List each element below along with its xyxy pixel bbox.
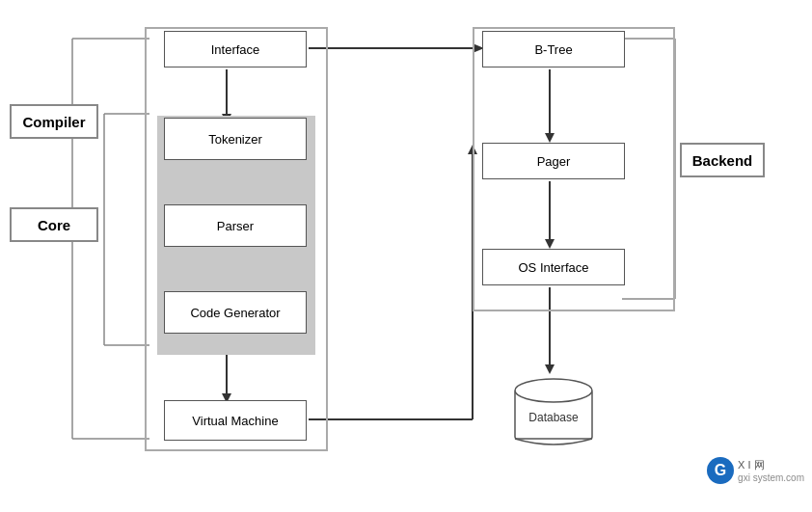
tokenizer-box: Tokenizer xyxy=(164,118,307,160)
watermark-text: X I 网 gxi system.com xyxy=(738,458,804,483)
code-generator-box: Code Generator xyxy=(164,291,307,334)
tokenizer-label: Tokenizer xyxy=(208,132,262,147)
pager-box: Pager xyxy=(482,143,625,179)
interface-box: Interface xyxy=(164,31,307,67)
svg-point-29 xyxy=(515,379,592,402)
database-icon: Database xyxy=(511,371,596,448)
database-container: Database xyxy=(511,371,596,448)
backend-label: Backend xyxy=(692,152,753,169)
pager-label: Pager xyxy=(537,154,571,169)
core-label: Core xyxy=(38,217,70,233)
compiler-label: Compiler xyxy=(23,114,86,130)
diagram-container: Interface Tokenizer Parser Code Generato… xyxy=(0,0,812,492)
core-label-box: Core xyxy=(10,207,98,242)
parser-label: Parser xyxy=(217,219,254,233)
virtual-machine-box: Virtual Machine xyxy=(164,400,307,441)
watermark-logo: G xyxy=(707,457,734,484)
parser-box: Parser xyxy=(164,204,307,247)
arrows-svg xyxy=(0,0,812,492)
backend-label-box: Backend xyxy=(680,143,765,177)
btree-label: B-Tree xyxy=(534,42,572,57)
btree-box: B-Tree xyxy=(482,31,625,67)
os-interface-label: OS Interface xyxy=(519,260,589,275)
interface-label: Interface xyxy=(211,42,260,57)
virtual-machine-label: Virtual Machine xyxy=(192,414,278,428)
os-interface-box: OS Interface xyxy=(482,249,625,285)
watermark: G X I 网 gxi system.com xyxy=(707,457,804,484)
code-generator-label: Code Generator xyxy=(190,306,280,320)
compiler-label-box: Compiler xyxy=(10,104,98,139)
svg-text:Database: Database xyxy=(528,411,579,424)
